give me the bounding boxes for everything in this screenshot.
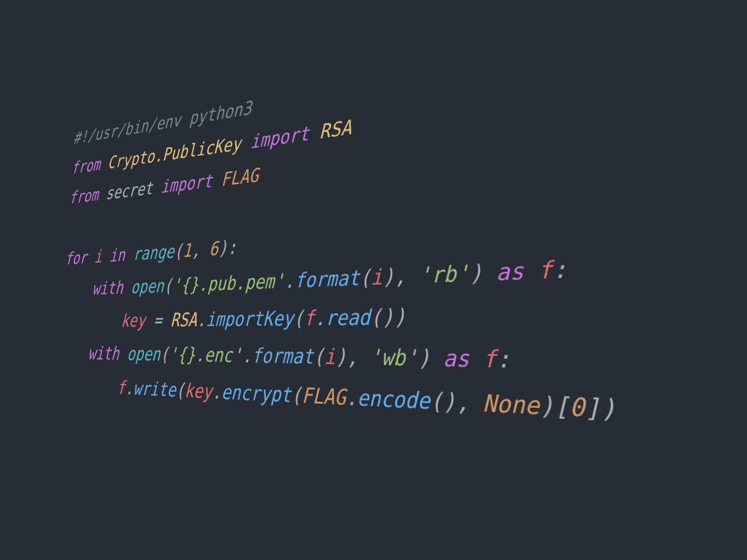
code-token xyxy=(524,257,538,285)
code-token: ) xyxy=(418,345,444,372)
code-token xyxy=(309,120,320,144)
code-token: as xyxy=(443,345,469,372)
code-block: #!/usr/bin/env python3from Crypto.Public… xyxy=(56,0,747,447)
code-token: 'rb' xyxy=(418,260,469,288)
code-token: 0 xyxy=(569,392,585,422)
code-token: : xyxy=(552,256,567,284)
code-token: ()) xyxy=(370,304,406,329)
code-token: = xyxy=(153,309,171,330)
code-token: 1 xyxy=(183,240,192,261)
code-token: f xyxy=(538,256,553,284)
indent xyxy=(63,279,93,300)
code-token: RSA xyxy=(319,116,352,143)
code-token: . xyxy=(197,308,206,330)
code-token: ( xyxy=(291,383,302,407)
code-token: '{}.enc' xyxy=(169,343,243,367)
code-token: 6 xyxy=(209,238,218,260)
indent xyxy=(58,343,89,363)
editor-viewport: #!/usr/bin/env python3from Crypto.Public… xyxy=(0,0,747,560)
code-token: FLAG xyxy=(302,383,346,410)
code-token: ]) xyxy=(585,393,617,424)
code-token: write xyxy=(133,378,176,401)
code-token: format xyxy=(295,266,360,292)
code-token: open xyxy=(131,275,165,297)
code-token xyxy=(469,345,483,372)
code-token: i xyxy=(324,344,336,369)
code-token: ( xyxy=(176,379,185,401)
code-token: with xyxy=(88,343,120,364)
code-token: ), xyxy=(382,263,419,289)
code-token: encrypt xyxy=(221,380,292,406)
code-token: range xyxy=(133,241,175,265)
code-token: import xyxy=(161,170,213,197)
code-token: ) xyxy=(469,259,496,286)
code-token: f xyxy=(483,345,496,372)
code-token: . xyxy=(314,306,325,329)
code-token: format xyxy=(252,344,314,368)
code-token: None xyxy=(483,389,540,420)
code-token: open xyxy=(127,343,161,365)
code-token: for xyxy=(65,248,88,268)
indent xyxy=(56,375,118,398)
code-token: from xyxy=(71,154,101,177)
code-token: ), xyxy=(335,344,370,370)
code-token: i xyxy=(371,265,383,289)
code-token: . xyxy=(242,344,253,367)
code-token: ): xyxy=(218,237,238,259)
code-token: '{}.pub.pem' xyxy=(172,269,285,296)
code-token: , xyxy=(191,238,210,261)
code-token: key xyxy=(120,310,146,331)
code-token: with xyxy=(92,277,124,298)
code-token: f xyxy=(304,306,315,330)
code-token: in xyxy=(109,245,126,266)
code-token: import xyxy=(250,122,310,153)
code-token: read xyxy=(325,305,371,329)
code-token: . xyxy=(345,385,358,410)
code-token: from xyxy=(69,185,99,207)
code-token: RSA xyxy=(170,308,198,330)
code-token: FLAG xyxy=(221,164,259,190)
code-token: ( xyxy=(359,265,371,290)
code-token: : xyxy=(496,346,510,373)
code-token: ( xyxy=(313,344,325,369)
code-token xyxy=(241,131,251,154)
code-token: )[ xyxy=(539,391,570,421)
code-token: encode xyxy=(357,385,430,414)
code-token: 'wb' xyxy=(369,345,418,371)
code-token: as xyxy=(496,258,524,285)
code-token: importKey xyxy=(206,307,294,330)
code-token: . xyxy=(284,269,295,292)
code-token: (), xyxy=(430,387,483,416)
code-token: . xyxy=(211,380,222,403)
indent xyxy=(60,310,122,331)
code-token xyxy=(212,169,222,191)
code-token: ( xyxy=(293,306,304,329)
code-token: secret xyxy=(106,178,154,203)
code-token: key xyxy=(184,379,213,403)
